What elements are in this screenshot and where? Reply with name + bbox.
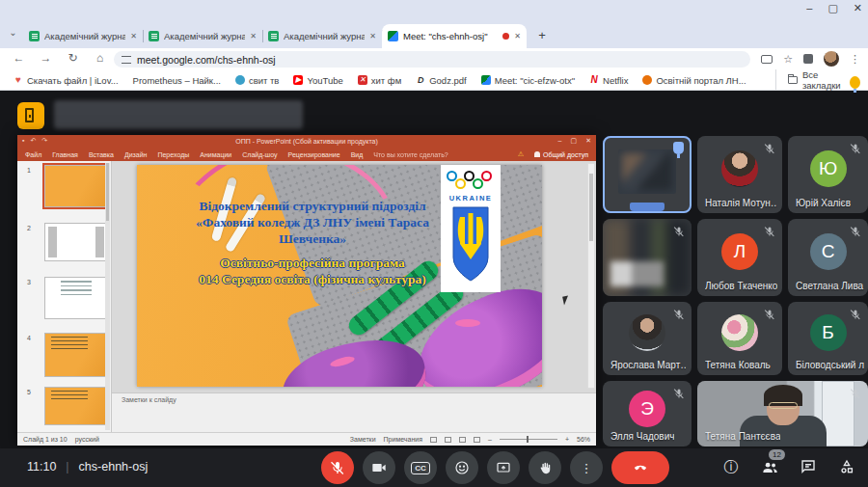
reactions-button[interactable] <box>446 451 478 484</box>
ribbon-tab-transitions[interactable]: Переходы <box>157 151 189 158</box>
slide-thumbnail-5[interactable] <box>44 387 108 425</box>
ribbon-tab-review[interactable]: Рецензирование <box>288 151 340 158</box>
captions-button[interactable]: CC <box>404 451 437 484</box>
comments-toggle[interactable]: Примечания <box>384 436 422 443</box>
participant-tile-yuriy-khaliev[interactable]: Ю Юрій Халієв <box>788 136 868 213</box>
bookmark-netflix[interactable]: NNetflix <box>589 75 628 86</box>
extensions-icon[interactable] <box>803 54 813 64</box>
address-bar[interactable]: meet.google.com/chs-ehnh-osj <box>114 51 750 68</box>
ppt-maximize-button[interactable]: ▢ <box>571 137 578 145</box>
participant-name: Светлана Лива… <box>796 281 864 291</box>
slideshow-view-icon[interactable] <box>474 437 480 443</box>
slide-program-line: Освітньо-професійна програма <box>139 255 486 271</box>
slide-thumbnail-1[interactable] <box>44 165 108 207</box>
notes-pane[interactable]: Заметки к слайду <box>112 392 596 432</box>
zoom-slider[interactable] <box>500 439 557 440</box>
bookmark-godz-pdf[interactable]: DGodz.pdf <box>416 75 467 86</box>
zoom-out-button[interactable]: – <box>488 436 492 443</box>
bookmark-osvitniy-portal[interactable]: Освітній портал ЛН... <box>642 75 746 86</box>
reload-button[interactable]: ↻ <box>66 51 80 65</box>
site-settings-icon[interactable] <box>122 56 131 64</box>
mic-off-icon <box>850 226 861 237</box>
meet-icon <box>388 31 398 41</box>
zoom-in-button[interactable]: + <box>565 436 569 443</box>
tab-search-icon[interactable]: ⌄ <box>6 26 20 41</box>
back-button[interactable]: ← <box>12 51 26 65</box>
participant-tile-blurred[interactable] <box>603 219 692 296</box>
tab-academic-journal-fv4[interactable]: Академічний журнал ФВ-4(9) ✕ <box>262 24 382 48</box>
tab-close-icon[interactable]: ✕ <box>369 32 376 41</box>
tell-me-box[interactable]: Что вы хотите сделать? <box>373 151 448 158</box>
participant-tile-tetyana-pantyeyeva[interactable]: Тетяна Пантєєва <box>697 381 868 446</box>
ppt-minimize-button[interactable]: – <box>558 137 562 145</box>
home-button[interactable]: ⌂ <box>93 51 107 65</box>
slide-scrollbar[interactable] <box>587 163 595 389</box>
end-call-button[interactable] <box>611 451 669 484</box>
bookmark-ilove[interactable]: ♥Скачать файл | iLov... <box>14 75 119 86</box>
language-indicator[interactable]: русский <box>75 436 99 443</box>
tab-close-icon[interactable]: ✕ <box>514 32 521 41</box>
thumbnail-scrollbar[interactable] <box>105 163 110 430</box>
bookmark-youtube[interactable]: ▶YouTube <box>293 75 342 86</box>
participant-tile-svetlana-liva[interactable]: С Светлана Лива… <box>788 219 868 296</box>
tab-academic-journal-fv3[interactable]: Академічний журнал ФВ-3(9) ✕ <box>143 24 262 48</box>
tab-meet-active[interactable]: Meet: "chs-ehnh-osj" ✕ <box>382 24 527 48</box>
slide-sorter-view-icon[interactable] <box>445 437 451 443</box>
forward-button[interactable]: → <box>39 51 53 65</box>
share-button[interactable]: Общий доступ <box>534 151 588 158</box>
slide-thumbnail-4[interactable] <box>44 333 108 377</box>
zoom-percentage[interactable]: 56% <box>577 436 590 443</box>
tab-academic-journal-fv2[interactable]: Академічний журнал ФВ-2 (1 ✕ <box>23 24 143 48</box>
mic-toggle-button[interactable] <box>321 451 354 484</box>
participant-tile-ellya-chadovych[interactable]: Э Элля Чадович <box>603 381 692 446</box>
ribbon-tab-design[interactable]: Дизайн <box>124 151 148 158</box>
tab-close-icon[interactable]: ✕ <box>250 32 257 41</box>
participant-tile-presentation[interactable] <box>603 136 692 213</box>
slide-thumbnail-3[interactable] <box>44 277 108 319</box>
slide-title-line: Відокремлений структурний підрозділ <box>139 198 486 214</box>
url-text[interactable]: meet.google.com/chs-ehnh-osj <box>137 54 276 66</box>
bookmark-prometheus[interactable]: Prometheus – Найк... <box>133 75 221 86</box>
raise-hand-button[interactable] <box>529 451 561 484</box>
participant-tile-bilovodskyi[interactable]: Б Біловодський л… <box>788 302 868 375</box>
camera-toggle-button[interactable] <box>363 451 395 484</box>
chat-button[interactable] <box>799 457 818 476</box>
meeting-details-button[interactable]: ⓘ <box>721 457 741 476</box>
reading-view-icon[interactable] <box>459 437 466 443</box>
ribbon-tab-home[interactable]: Главная <box>52 151 78 158</box>
meeting-code: chs-ehnh-osj <box>79 460 149 473</box>
more-options-button[interactable]: ⋮ <box>570 451 603 484</box>
window-close-button[interactable]: ✕ <box>854 2 862 14</box>
ppt-close-button[interactable]: ✕ <box>585 137 591 145</box>
bookmark-meet[interactable]: Meet: "cic-efzw-otx" <box>481 75 575 86</box>
normal-view-icon[interactable] <box>430 437 437 443</box>
tab-close-icon[interactable]: ✕ <box>130 32 137 41</box>
participant-tile-yaroslava-mart[interactable]: Ярослава Март… <box>603 302 692 375</box>
participant-tile-tetyana-koval[interactable]: Тетяна Коваль <box>697 302 782 375</box>
browser-menu-icon[interactable]: ⋮ <box>850 53 860 66</box>
window-minimize-button[interactable]: – <box>806 2 812 14</box>
new-tab-button[interactable]: + <box>532 26 552 45</box>
all-bookmarks-button[interactable]: Все закладки <box>775 69 854 91</box>
present-screen-button[interactable] <box>487 451 520 484</box>
bookmark-star-icon[interactable]: ☆ <box>783 53 793 66</box>
slide-thumbnail-panel: 1 2 3 4 5 <box>17 161 112 432</box>
ribbon-tab-insert[interactable]: Вставка <box>89 151 114 158</box>
bookmark-svit-tv[interactable]: свит тв <box>235 75 280 86</box>
participants-button[interactable]: 12 <box>760 457 779 476</box>
window-maximize-button[interactable]: ▢ <box>827 2 837 14</box>
ribbon-tab-animations[interactable]: Анимации <box>200 151 231 158</box>
participant-tile-natalia-motun[interactable]: Наталія Мотун… <box>697 136 782 213</box>
ribbon-tab-view[interactable]: Вид <box>351 151 364 158</box>
slide-thumbnail-2[interactable] <box>44 223 108 261</box>
bookmark-hit-fm[interactable]: ✕хит фм <box>358 75 401 86</box>
profile-avatar[interactable] <box>824 51 839 67</box>
notes-toggle[interactable]: Заметки <box>350 436 376 443</box>
mic-off-icon <box>764 143 775 154</box>
participant-tile-lyubov-tkachenko[interactable]: Л Любов Ткаченко <box>697 219 782 296</box>
slide-title-line: «Фаховий коледж ДЗ ЛНУ імені Тараса <box>139 214 486 230</box>
ribbon-tab-file[interactable]: Файл <box>25 151 41 158</box>
media-cast-icon[interactable] <box>761 55 773 64</box>
ribbon-tab-slideshow[interactable]: Слайд-шоу <box>242 151 277 158</box>
activities-button[interactable] <box>837 457 856 476</box>
